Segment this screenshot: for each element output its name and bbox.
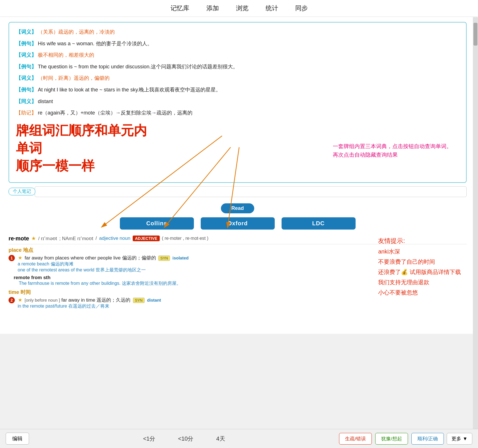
phrase-label: remote from sth [14, 275, 50, 280]
scrollbar-thumb[interactable] [473, 23, 477, 46]
mnemonic-text: re（again再，又）+mote（尘埃）→反复扫除尘埃→疏远的，远离的 [38, 110, 192, 116]
syn-word-2: distant [147, 298, 161, 302]
example-3: 【例句】 At night I like to look at the ~ st… [16, 85, 459, 94]
def-star-1: ★ [18, 255, 22, 261]
action-btn-2[interactable]: 犹豫/想起 [375, 433, 408, 445]
personal-note-input[interactable] [35, 186, 467, 197]
timing-group: <1分 <10分 4天 [29, 435, 339, 443]
read-button[interactable]: Read [221, 203, 254, 213]
example-text-2: The question is ~ from the topic under d… [38, 64, 238, 69]
word-slash: / [96, 236, 97, 241]
bottom-bar: 编辑 <1分 <10分 4天 生疏/错误 犹豫/想起 顺利/正确 更多 ▼ [0, 429, 478, 448]
personal-note-label: 个人笔记 [9, 188, 35, 195]
word-def-area: 友情提示: anki水深 不要浪费了自己的时间 还浪费了💰 试用版商品详情下载 … [9, 235, 467, 334]
top-nav: 记忆库 添加 浏览 统计 同步 [0, 0, 478, 17]
example-time-1: in the remote past/future 在遥远的过去／将来 [18, 303, 188, 309]
tips-line-4: 小心不要被忽悠 [378, 287, 461, 298]
nav-add[interactable]: 添加 [206, 4, 219, 13]
synonym-text-1: distant [38, 99, 53, 104]
action-btn-3[interactable]: 顺利/正确 [411, 433, 444, 445]
example-tag-3: 【例句】 [16, 87, 36, 93]
timing-1: <1分 [143, 435, 155, 443]
meaning-text-3: （时间，距离）遥远的，偏僻的 [38, 75, 110, 81]
nav-memory[interactable]: 记忆库 [171, 4, 189, 13]
example-2: 【例句】 The question is ~ from the topic un… [16, 62, 459, 71]
syn-badge-1: SYN [158, 255, 170, 261]
example-1: 【例句】 His wife was a ~ woman. 他的妻子是个冷淡的人。 [16, 39, 459, 48]
meaning-1: 【词义】 （关系）疏远的，远离的，冷淡的 [16, 28, 459, 36]
def-num-2: 2 [9, 297, 15, 303]
meaning-2: 【词义】 极不相同的，相差很大的 [16, 51, 459, 60]
nav-sync[interactable]: 同步 [295, 4, 308, 13]
personal-note-row: 个人笔记 [9, 186, 467, 197]
example-text-3: At night I like to look at the ~ stars i… [38, 87, 221, 93]
example-tag-2: 【例句】 [16, 64, 36, 69]
synonym-1: 【同义】 distant [16, 97, 459, 106]
mnemonic: 【助记】 re（again再，又）+mote（尘埃）→反复扫除尘埃→疏远的，远离… [16, 109, 459, 117]
annotation-text: 一套牌组内置三本词典，点击按钮自动查询单词。 再次点击自动隐藏查询结果 [333, 142, 452, 159]
tips-line-2: 还浪费了💰 试用版商品详情下载 [378, 267, 461, 277]
meaning-text-1: （关系）疏远的，远离的，冷淡的 [38, 29, 115, 35]
word-pron-1: / rɪˈməʊt [38, 236, 57, 242]
meaning-text-2: 极不相同的，相差很大的 [38, 52, 94, 58]
example-text-1: His wife was a ~ woman. 他的妻子是个冷淡的人。 [38, 41, 152, 46]
tips-title: 友情提示: [378, 235, 461, 247]
example-tag-1: 【例句】 [16, 41, 36, 46]
mnemonic-tag: 【助记】 [16, 110, 36, 116]
syn-word-1: isolated [173, 255, 189, 260]
meaning-tag-1: 【词义】 [16, 29, 36, 35]
action-btns: 生疏/错误 犹豫/想起 顺利/正确 [339, 433, 444, 445]
read-row: Read [6, 203, 469, 213]
edit-button[interactable]: 编辑 [6, 433, 29, 445]
def-star-2: ★ [18, 297, 22, 303]
big-text-1: 牌组词汇顺序和单元内 [16, 122, 459, 140]
scrollbar-track[interactable] [473, 17, 478, 434]
meaning-3: 【词义】 （时间，距离）遥远的，偏僻的 [16, 74, 459, 83]
word-sep: ; NAmE rɪˈmoʊt [59, 236, 93, 242]
timing-3: 4天 [216, 435, 225, 443]
def-num-1: 1 [9, 255, 15, 261]
tips-line-3: 我们支持无理由退款 [378, 277, 461, 287]
def-note-2: [only before noun ] [24, 298, 60, 302]
synonym-tag-1: 【同义】 [16, 99, 36, 104]
def-2: 2 ★ [only before noun ] far away in time… [9, 297, 467, 309]
nav-browse[interactable]: 浏览 [236, 4, 249, 13]
more-button[interactable]: 更多 ▼ [447, 433, 472, 445]
def-meaning-1: far away from places where other people … [24, 255, 156, 261]
word-forms: ( re·moter , re·mot·est ) [162, 236, 209, 241]
word-pos-link[interactable]: adjective noun [99, 236, 130, 241]
meaning-tag-2: 【词义】 [16, 52, 36, 58]
action-btn-1[interactable]: 生疏/错误 [339, 433, 372, 445]
main-content: 【词义】 （关系）疏远的，远离的，冷淡的 【例句】 His wife was a… [0, 17, 478, 334]
timing-2: <10分 [178, 435, 193, 443]
tips-line-0: anki水深 [378, 246, 461, 257]
word-star: ★ [31, 235, 36, 242]
syn-badge-2: SYN [133, 298, 145, 303]
meaning-tag-3: 【词义】 [16, 75, 36, 81]
tips-block: 友情提示: anki水深 不要浪费了自己的时间 还浪费了💰 试用版商品详情下载 … [378, 235, 461, 298]
adj-badge: ADJECTIVE [133, 236, 160, 241]
nav-stats[interactable]: 统计 [266, 4, 278, 13]
word-main: re·mote [9, 235, 29, 242]
def-meaning-2: far away in time 遥远的；久远的 [61, 297, 130, 303]
tips-line-1: 不要浪费了自己的时间 [378, 257, 461, 267]
